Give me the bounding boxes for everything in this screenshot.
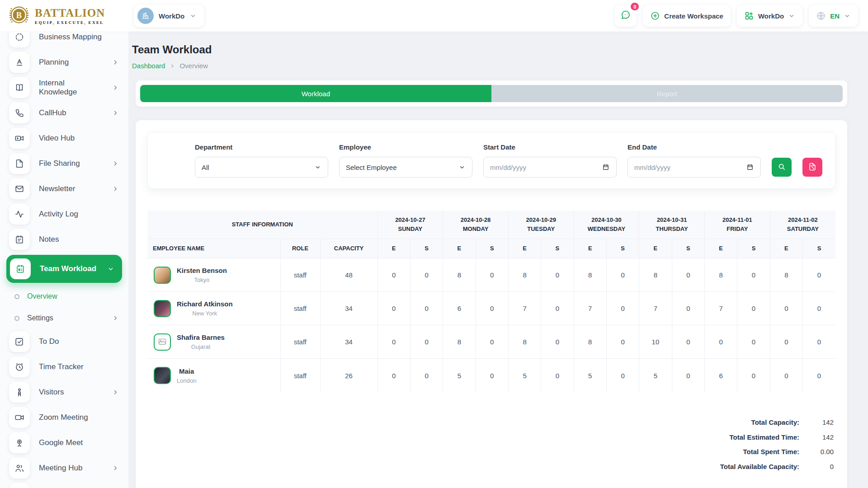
workdo-menu-button[interactable]: WorkDo xyxy=(737,5,802,27)
sidebar-item-label: Meeting Hub xyxy=(39,464,82,473)
planning-icon xyxy=(9,52,30,73)
estimated-value: 7 xyxy=(704,292,737,325)
create-workspace-button[interactable]: Create Workspace xyxy=(643,5,731,27)
estimated-value: 8 xyxy=(704,258,737,292)
sidebar-item-time-tracker[interactable]: Time Tracker xyxy=(0,354,128,380)
sidebar-item-label: Video Hub xyxy=(39,134,75,143)
filter-card: Department All Employee Select Employee xyxy=(147,132,835,189)
estimated-value: 8 xyxy=(508,325,541,359)
sidebar-item-planning[interactable]: Planning xyxy=(0,50,128,75)
sidebar-item-label: Internal Knowledge xyxy=(39,79,102,97)
activity-log-icon xyxy=(9,204,30,225)
avatar xyxy=(154,333,171,351)
file-sharing-icon xyxy=(9,153,30,174)
sidebar-item-label: Notes xyxy=(39,235,59,244)
department-select[interactable]: All xyxy=(195,157,328,178)
sidebar-item-file-sharing[interactable]: File Sharing xyxy=(0,151,128,176)
employee-cell: Kirsten Benson Tokyo xyxy=(147,258,280,292)
sidebar-item-team-workload[interactable]: Team Workload xyxy=(6,255,122,283)
day-header: 2024-10-27SUNDAY xyxy=(377,211,443,239)
sidebar-item-meeting-hub[interactable]: Meeting Hub xyxy=(0,455,128,481)
notes-icon xyxy=(9,229,30,250)
estimated-value: 10 xyxy=(639,325,672,359)
sidebar-subitem-settings[interactable]: Settings xyxy=(0,307,128,329)
chevron-right-icon xyxy=(111,464,119,472)
chevron-right-icon xyxy=(111,314,119,322)
start-date-input[interactable]: mm/dd/yyyy xyxy=(483,157,617,178)
sidebar-item-business-mapping[interactable]: Business Mapping xyxy=(0,32,128,50)
sidebar-item-label: To Do xyxy=(39,337,59,346)
start-date-field: Start Date mm/dd/yyyy xyxy=(483,143,617,178)
estimated-value: 8 xyxy=(770,258,802,292)
estimated-value: 7 xyxy=(639,292,672,325)
brand-logo: B BATTALION EQUIP, EXECUTE, EXEL xyxy=(0,3,128,28)
breadcrumb-current: Overview xyxy=(179,62,208,70)
total-value: 142 xyxy=(799,418,834,427)
reset-filter-button[interactable] xyxy=(802,158,822,177)
column-employee-name: EMPLOYEE NAME xyxy=(147,239,280,258)
estimated-value: 5 xyxy=(508,359,541,392)
sidebar-item-label: Zoom Meeting xyxy=(39,413,88,422)
sidebar-item-zoom-meeting[interactable]: Zoom Meeting xyxy=(0,405,128,430)
spent-value: 0 xyxy=(737,292,770,325)
workspace-selector[interactable]: WorkDo xyxy=(134,5,204,27)
total-label: Total Estimated Time: xyxy=(720,432,799,442)
totals-summary: Total Capacity:142Total Estimated Time:1… xyxy=(720,418,834,472)
spent-value: 0 xyxy=(803,292,836,325)
sidebar-subitem-overview[interactable]: Overview xyxy=(0,286,128,307)
total-value: 0 xyxy=(799,462,834,472)
sidebar-item-callhub[interactable]: CallHub xyxy=(0,100,128,126)
end-date-input[interactable]: mm/dd/yyyy xyxy=(627,157,761,178)
callhub-icon xyxy=(9,103,30,123)
estimated-value: 6 xyxy=(704,359,737,392)
messages-button[interactable]: 0 xyxy=(615,5,637,27)
chevron-right-icon xyxy=(111,58,119,66)
total-value: 0.00 xyxy=(799,447,834,457)
sidebar-item-video-hub[interactable]: Video Hub xyxy=(0,126,128,151)
sidebar-item-google-meet[interactable]: Google Meet xyxy=(0,430,128,455)
estimated-value: 0 xyxy=(704,325,737,359)
sidebar-item-activity-log[interactable]: Activity Log xyxy=(0,202,128,227)
tab-report[interactable]: Report xyxy=(491,85,843,102)
sidebar-item-to-do[interactable]: To Do xyxy=(0,329,128,354)
spent-value: 0 xyxy=(541,292,574,325)
search-button[interactable] xyxy=(772,158,792,177)
tab-workload[interactable]: Workload xyxy=(140,85,491,102)
avatar xyxy=(154,300,171,317)
spent-value: 0 xyxy=(803,359,836,392)
page-title: Team Workload xyxy=(132,43,847,56)
brand-name: BATTALION xyxy=(35,7,105,19)
todo-icon xyxy=(9,331,30,352)
brand-tagline: EQUIP, EXECUTE, EXEL xyxy=(35,20,105,25)
spent-value: 0 xyxy=(803,258,836,292)
create-workspace-label: Create Workspace xyxy=(664,12,723,20)
estimated-value: 5 xyxy=(574,359,606,392)
sidebar-item-newsletter[interactable]: Newsletter xyxy=(0,176,128,202)
sidebar-item-visitors[interactable]: Visitors xyxy=(0,380,128,405)
day-header: 2024-10-29TUESDAY xyxy=(508,211,574,239)
day-header: 2024-11-02SATURDAY xyxy=(770,211,835,239)
feedback-icon xyxy=(9,483,30,488)
total-label: Total Available Capacity: xyxy=(720,462,799,472)
column-spent: S xyxy=(672,239,704,258)
newsletter-icon xyxy=(9,178,30,199)
estimated-value: 0 xyxy=(377,258,410,292)
employee-select[interactable]: Select Employee xyxy=(339,157,472,178)
sidebar-item-internal-knowledge[interactable]: Internal Knowledge xyxy=(0,75,128,100)
avatar xyxy=(154,367,171,384)
sidebar-item-label: Time Tracker xyxy=(39,362,84,371)
breadcrumb-dashboard-link[interactable]: Dashboard xyxy=(132,62,165,70)
sidebar-item-label: Activity Log xyxy=(39,210,78,219)
spent-value: 0 xyxy=(410,258,443,292)
business-mapping-icon xyxy=(9,32,30,47)
language-selector[interactable]: EN xyxy=(809,5,858,27)
table-row: Shafira Barnes Gujarat staff340080808010… xyxy=(147,325,835,359)
employee-location: Tokyo xyxy=(177,277,227,283)
role-cell: staff xyxy=(280,258,320,292)
sidebar-item-feedback[interactable]: Feedback xyxy=(0,481,128,488)
role-cell: staff xyxy=(280,359,320,392)
sidebar-item-notes[interactable]: Notes xyxy=(0,227,128,252)
staff-information-header: STAFF INFORMATION xyxy=(147,211,377,239)
estimated-value: 0 xyxy=(770,325,802,359)
spent-value: 0 xyxy=(476,258,508,292)
